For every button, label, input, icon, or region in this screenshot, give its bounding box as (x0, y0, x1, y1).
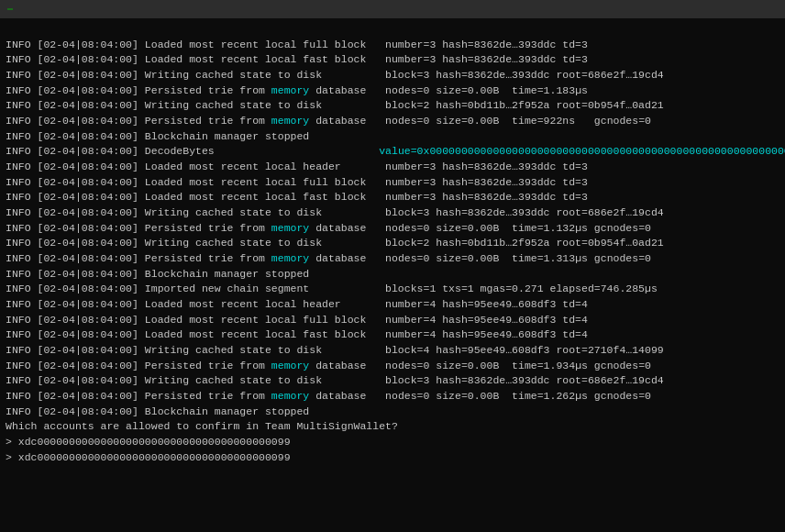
terminal-body[interactable]: INFO [02-04|08:04:00] Loaded most recent… (0, 18, 785, 532)
terminal-line: INFO [02-04|08:04:00] DecodeBytes value=… (6, 144, 779, 160)
terminal-line: INFO [02-04|08:04:00] Blockchain manager… (6, 267, 779, 283)
terminal-line: INFO [02-04|08:04:00] Persisted trie fro… (6, 251, 779, 267)
terminal-line: INFO [02-04|08:04:00] Blockchain manager… (6, 405, 779, 420)
terminal-line: INFO [02-04|08:04:00] Loaded most recent… (6, 327, 779, 343)
terminal-line: INFO [02-04|08:04:00] Loaded most recent… (6, 190, 779, 205)
terminal-line: INFO [02-04|08:04:00] Loaded most recent… (6, 175, 779, 191)
terminal-line: > xdc00000000000000000000000000000000000… (6, 450, 779, 466)
terminal-line: INFO [02-04|08:04:00] Writing cached sta… (6, 236, 779, 251)
terminal-line: INFO [02-04|08:04:00] Writing cached sta… (6, 373, 779, 389)
terminal-line: INFO [02-04|08:04:00] Persisted trie fro… (6, 83, 779, 99)
title-bar (0, 0, 785, 18)
terminal-line: INFO [02-04|08:04:00] Loaded most recent… (6, 313, 779, 328)
terminal-line: INFO [02-04|08:04:00] Persisted trie fro… (6, 114, 779, 129)
terminal-line: INFO [02-04|08:04:00] Persisted trie fro… (6, 221, 779, 237)
terminal-line: INFO [02-04|08:04:00] Loaded most recent… (6, 52, 779, 68)
terminal-line: INFO [02-04|08:04:00] Blockchain manager… (6, 129, 779, 145)
terminal-line: Which accounts are allowed to confirm in… (6, 419, 779, 435)
terminal-line: INFO [02-04|08:04:00] Loaded most recent… (6, 160, 779, 175)
terminal-line: INFO [02-04|08:04:00] Loaded most recent… (6, 297, 779, 313)
terminal-line: INFO [02-04|08:04:00] Writing cached sta… (6, 343, 779, 359)
terminal-line: INFO [02-04|08:04:00] Persisted trie fro… (6, 389, 779, 405)
terminal-line: INFO [02-04|08:04:00] Writing cached sta… (6, 98, 779, 114)
terminal-line: INFO [02-04|08:04:00] Persisted trie fro… (6, 359, 779, 374)
title-icon (7, 8, 13, 10)
terminal-line: INFO [02-04|08:04:00] Writing cached sta… (6, 68, 779, 83)
terminal-line: INFO [02-04|08:04:00] Writing cached sta… (6, 205, 779, 221)
terminal-line: INFO [02-04|08:04:00] Loaded most recent… (6, 38, 779, 53)
terminal-line: INFO [02-04|08:04:00] Imported new chain… (6, 282, 779, 297)
terminal-line: > xdc00000000000000000000000000000000000… (6, 435, 779, 450)
